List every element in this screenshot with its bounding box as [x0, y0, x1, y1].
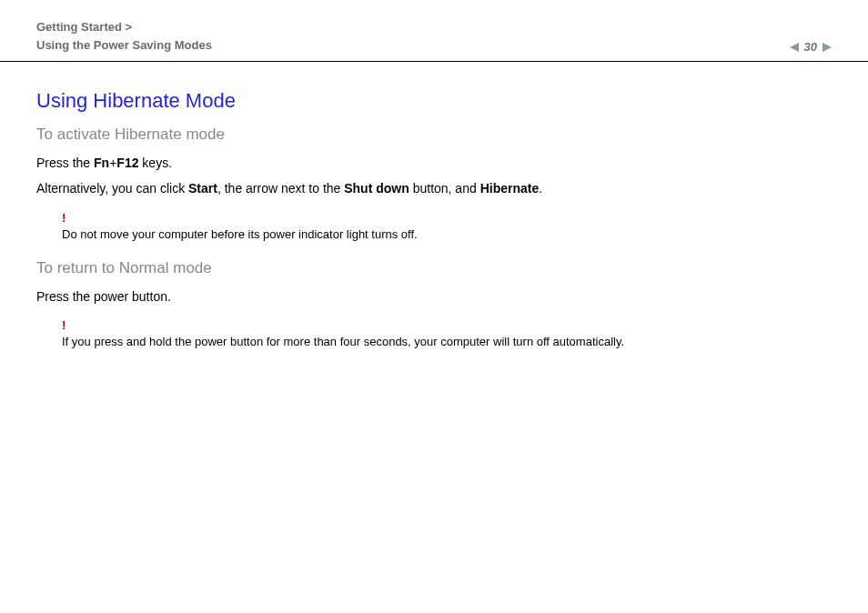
- text-part1: Alternatively, you can click: [36, 181, 188, 196]
- breadcrumb-line-1: Getting Started >: [36, 18, 212, 36]
- page-header: Getting Started > Using the Power Saving…: [0, 0, 868, 62]
- breadcrumb-line-2: Using the Power Saving Modes: [36, 36, 212, 55]
- key-fn: Fn: [94, 156, 109, 170]
- warning-icon: !: [62, 212, 832, 224]
- page-number: 30: [804, 40, 817, 54]
- activate-instruction-2: Alternatively, you can click Start, the …: [36, 178, 832, 198]
- bold-start: Start: [188, 181, 217, 196]
- page-content: Using Hibernate Mode To activate Hiberna…: [0, 62, 868, 395]
- warning-text-1: Do not move your computer before its pow…: [62, 227, 418, 241]
- breadcrumb: Getting Started > Using the Power Saving…: [36, 18, 212, 54]
- section-title: Using Hibernate Mode: [36, 89, 832, 113]
- bold-hibernate: Hibernate: [480, 181, 540, 196]
- subsection-activate-title: To activate Hibernate mode: [36, 126, 832, 144]
- warning-block-2: ! If you press and hold the power button…: [62, 319, 832, 350]
- warning-icon: !: [62, 319, 832, 331]
- warning-block-1: ! Do not move your computer before its p…: [62, 212, 832, 243]
- text-part2: , the arrow next to the: [217, 181, 344, 196]
- text-suffix: keys.: [138, 156, 172, 170]
- text-part4: .: [539, 181, 542, 196]
- text-prefix: Press the: [36, 156, 94, 170]
- subsection-return-title: To return to Normal mode: [36, 259, 832, 277]
- return-instruction: Press the power button.: [36, 286, 832, 306]
- page-navigation: 30: [790, 40, 832, 54]
- prev-page-arrow-icon[interactable]: [790, 43, 799, 52]
- next-page-arrow-icon[interactable]: [823, 43, 832, 52]
- warning-text-2: If you press and hold the power button f…: [62, 335, 624, 348]
- bold-shutdown: Shut down: [344, 181, 409, 196]
- activate-instruction-1: Press the Fn+F12 keys.: [36, 153, 832, 173]
- key-f12: F12: [116, 156, 138, 170]
- text-part3: button, and: [409, 181, 480, 196]
